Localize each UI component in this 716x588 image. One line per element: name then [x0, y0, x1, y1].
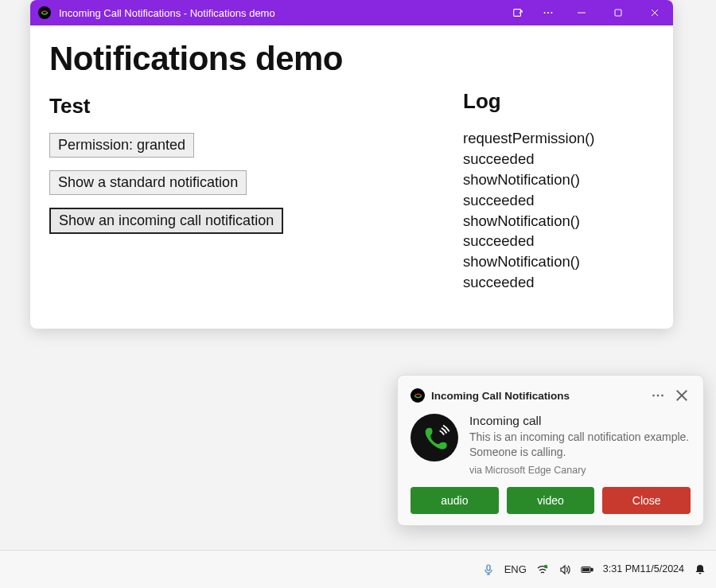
- tab-actions-icon[interactable]: [503, 0, 533, 25]
- app-icon: [38, 6, 51, 19]
- close-button[interactable]: [636, 0, 673, 25]
- toast-title: Incoming call: [469, 414, 691, 428]
- app-window: Incoming Call Notifications - Notificati…: [30, 0, 673, 329]
- minimize-button[interactable]: [563, 0, 600, 25]
- battery-icon[interactable]: [581, 551, 593, 588]
- microphone-icon[interactable]: [482, 551, 495, 588]
- svg-rect-16: [591, 568, 593, 571]
- content-area: Notifications demo Test Permission: gran…: [30, 25, 673, 307]
- wifi-icon[interactable]: [536, 551, 549, 588]
- test-heading: Test: [49, 94, 447, 119]
- show-standard-button[interactable]: Show a standard notification: [49, 170, 247, 195]
- svg-rect-5: [615, 10, 621, 16]
- log-heading: Log: [463, 89, 654, 114]
- toast-app-icon: [411, 388, 425, 403]
- log-line: showNotification() succeeded: [463, 251, 654, 293]
- toast-more-icon[interactable]: [649, 387, 667, 404]
- more-icon[interactable]: [533, 0, 563, 25]
- toast-close-button[interactable]: Close: [602, 487, 691, 514]
- permission-button[interactable]: Permission: granted: [49, 133, 194, 158]
- clock[interactable]: 3:31 PM 11/5/2024: [603, 551, 684, 588]
- show-incoming-call-button[interactable]: Show an incoming call notification: [49, 208, 283, 234]
- svg-point-2: [547, 12, 549, 14]
- toast-close-icon[interactable]: [673, 387, 691, 404]
- svg-rect-17: [582, 568, 589, 571]
- time-text: 3:31 PM: [603, 563, 640, 576]
- svg-point-10: [661, 395, 663, 397]
- toast-app-name: Incoming Call Notifications: [431, 390, 643, 402]
- log-line: showNotification() succeeded: [463, 169, 654, 211]
- notifications-icon[interactable]: [694, 551, 706, 588]
- window-title: Incoming Call Notifications - Notificati…: [59, 7, 275, 19]
- volume-icon[interactable]: [558, 551, 571, 588]
- titlebar: Incoming Call Notifications - Notificati…: [30, 0, 673, 25]
- taskbar: ENG 3:31 PM 11/5/2024: [0, 550, 716, 588]
- svg-rect-13: [487, 565, 490, 570]
- toast-audio-button[interactable]: audio: [411, 487, 499, 514]
- svg-point-1: [544, 12, 546, 14]
- toast-video-button[interactable]: video: [507, 487, 595, 514]
- language-indicator[interactable]: ENG: [504, 551, 527, 588]
- svg-point-3: [551, 12, 552, 14]
- page-heading: Notifications demo: [49, 40, 447, 78]
- log-line: showNotification() succeeded: [463, 211, 654, 252]
- toast-body-text: This is an incoming call notification ex…: [469, 430, 691, 460]
- log-line: requestPermission() succeeded: [463, 128, 654, 169]
- phone-icon: [411, 414, 458, 461]
- date-text: 11/5/2024: [640, 563, 684, 576]
- notification-toast: Incoming Call Notifications Incoming cal…: [397, 375, 704, 526]
- toast-via-text: via Microsoft Edge Canary: [469, 465, 691, 476]
- maximize-button[interactable]: [600, 0, 636, 25]
- svg-point-8: [652, 395, 655, 397]
- svg-point-14: [544, 564, 547, 567]
- svg-point-9: [657, 395, 660, 397]
